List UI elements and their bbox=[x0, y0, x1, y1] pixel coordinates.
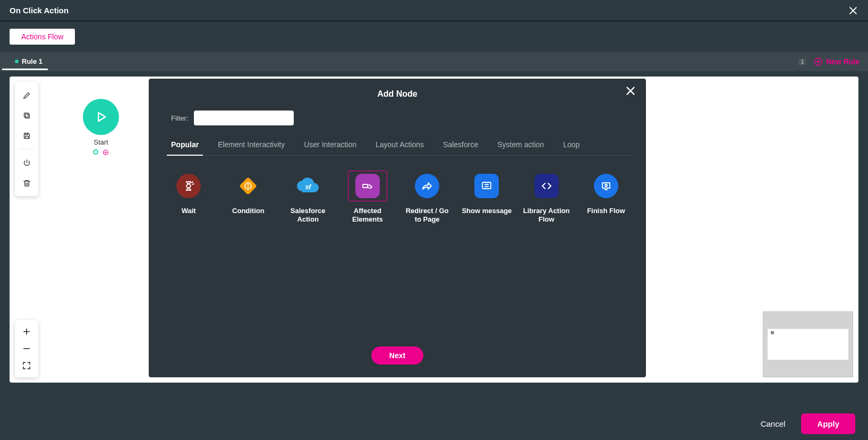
node-finish-flow[interactable]: Finish Flow bbox=[581, 171, 631, 224]
add-node-header: Add Node bbox=[161, 89, 633, 99]
node-label: Redirect / Go to Page bbox=[402, 207, 452, 224]
condition-diamond-icon bbox=[236, 174, 260, 198]
node-label: Library Action Flow bbox=[522, 207, 572, 224]
trash-icon bbox=[22, 179, 31, 188]
filter-input[interactable] bbox=[194, 111, 294, 125]
start-node-label: Start bbox=[93, 138, 108, 146]
node-icon-wrap bbox=[527, 171, 566, 201]
node-label: Wait bbox=[182, 207, 196, 215]
fullscreen-icon bbox=[22, 361, 31, 370]
node-label: Condition bbox=[232, 207, 265, 215]
filter-row: Filter: bbox=[161, 111, 633, 125]
tab-element-interactivity[interactable]: Element Interactivity bbox=[218, 135, 285, 155]
add-node-port[interactable] bbox=[103, 149, 109, 156]
node-label: Affected Elements bbox=[343, 207, 393, 224]
close-icon bbox=[848, 5, 858, 16]
canvas-toolbar bbox=[15, 82, 38, 196]
node-icon-wrap bbox=[467, 171, 506, 201]
start-node-circle bbox=[83, 99, 119, 135]
svg-point-27 bbox=[605, 184, 607, 187]
node-library-action-flow[interactable]: Library Action Flow bbox=[522, 171, 572, 224]
tab-system-action[interactable]: System action bbox=[497, 135, 544, 155]
power-button[interactable] bbox=[18, 154, 36, 172]
svg-rect-8 bbox=[25, 136, 28, 138]
node-label: Salesforce Action bbox=[283, 207, 333, 224]
rule-label: Rule 1 bbox=[22, 57, 42, 65]
close-add-node-button[interactable] bbox=[625, 85, 636, 99]
copy-button[interactable] bbox=[18, 106, 36, 124]
actions-flow-button[interactable]: Actions Flow bbox=[10, 29, 75, 45]
zoom-toolbar bbox=[15, 320, 38, 377]
node-affected-elements[interactable]: Affected Elements bbox=[343, 171, 393, 224]
node-icon-wrap: sf bbox=[288, 171, 328, 201]
svg-rect-23 bbox=[482, 182, 491, 189]
add-node-title: Add Node bbox=[377, 89, 418, 99]
minimap-node-indicator bbox=[771, 331, 774, 334]
play-icon bbox=[93, 109, 108, 124]
code-brackets-icon bbox=[534, 174, 559, 198]
edit-button[interactable] bbox=[18, 86, 36, 104]
hourglass-icon bbox=[176, 174, 201, 198]
rule-active-dot-icon bbox=[15, 60, 19, 63]
rulebar: Rule 1 1 New Rule bbox=[0, 52, 868, 71]
minimap-viewport bbox=[768, 329, 848, 360]
node-salesforce-action[interactable]: sf Salesforce Action bbox=[283, 171, 333, 224]
node-icon-wrap bbox=[228, 171, 268, 201]
finish-screen-icon bbox=[594, 174, 618, 198]
dialog-title: On Click Action bbox=[10, 6, 69, 15]
rulebar-right: 1 New Rule bbox=[798, 57, 860, 66]
nodes-grid: Wait Condition sf bbox=[161, 171, 633, 224]
pencil-icon bbox=[22, 91, 31, 100]
add-node-footer: Next bbox=[161, 346, 633, 368]
new-rule-button[interactable]: New Rule bbox=[813, 57, 860, 66]
tab-user-interaction[interactable]: User Interaction bbox=[304, 135, 356, 155]
toolbar-divider bbox=[19, 149, 34, 149]
zoom-in-button[interactable] bbox=[18, 323, 36, 340]
cloud-icon: sf bbox=[294, 175, 322, 197]
subheader: Actions Flow bbox=[0, 21, 868, 52]
minimap[interactable] bbox=[763, 311, 853, 377]
apply-button[interactable]: Apply bbox=[801, 413, 855, 434]
node-icon-wrap bbox=[407, 171, 447, 201]
plus-circle-small-icon bbox=[103, 149, 109, 156]
filter-label: Filter: bbox=[171, 114, 189, 122]
save-button[interactable] bbox=[18, 126, 36, 145]
svg-rect-26 bbox=[602, 183, 610, 188]
tab-salesforce[interactable]: Salesforce bbox=[443, 135, 478, 155]
node-label: Finish Flow bbox=[587, 207, 625, 215]
hand-tap-icon bbox=[355, 174, 380, 198]
new-rule-label: New Rule bbox=[826, 57, 860, 66]
svg-rect-6 bbox=[24, 113, 28, 117]
message-icon bbox=[474, 174, 499, 198]
minus-icon bbox=[22, 344, 31, 353]
close-dialog-button[interactable] bbox=[848, 5, 858, 16]
node-label: Show message bbox=[462, 207, 512, 215]
node-category-tabs: Popular Element Interactivity User Inter… bbox=[161, 135, 633, 156]
add-node-panel: Add Node Filter: Popular Element Interac… bbox=[149, 79, 646, 377]
tab-popular[interactable]: Popular bbox=[171, 135, 199, 155]
next-button[interactable]: Next bbox=[371, 346, 423, 365]
dialog-header: On Click Action bbox=[0, 0, 868, 21]
cancel-button[interactable]: Cancel bbox=[758, 414, 789, 434]
rule-tab[interactable]: Rule 1 bbox=[2, 53, 48, 70]
svg-rect-22 bbox=[363, 184, 368, 188]
node-redirect[interactable]: Redirect / Go to Page bbox=[402, 171, 452, 224]
copy-icon bbox=[22, 111, 31, 120]
start-node[interactable]: Start bbox=[83, 99, 119, 156]
start-node-ports bbox=[93, 149, 109, 156]
node-wait[interactable]: Wait bbox=[164, 171, 214, 224]
fit-view-button[interactable] bbox=[18, 357, 36, 374]
node-condition[interactable]: Condition bbox=[223, 171, 273, 224]
flow-canvas[interactable]: Start Add Node Filter: Popular Element I… bbox=[10, 77, 858, 383]
tab-loop[interactable]: Loop bbox=[563, 135, 580, 155]
delete-button[interactable] bbox=[18, 174, 36, 192]
rule-count-badge: 1 bbox=[798, 58, 806, 65]
svg-rect-5 bbox=[25, 114, 29, 118]
plus-circle-icon bbox=[813, 57, 823, 66]
output-port-icon[interactable] bbox=[93, 149, 98, 155]
plus-icon bbox=[22, 327, 31, 336]
node-show-message[interactable]: Show message bbox=[462, 171, 512, 224]
zoom-out-button[interactable] bbox=[18, 340, 36, 357]
tab-layout-actions[interactable]: Layout Actions bbox=[376, 135, 424, 155]
node-icon-wrap bbox=[348, 171, 387, 201]
